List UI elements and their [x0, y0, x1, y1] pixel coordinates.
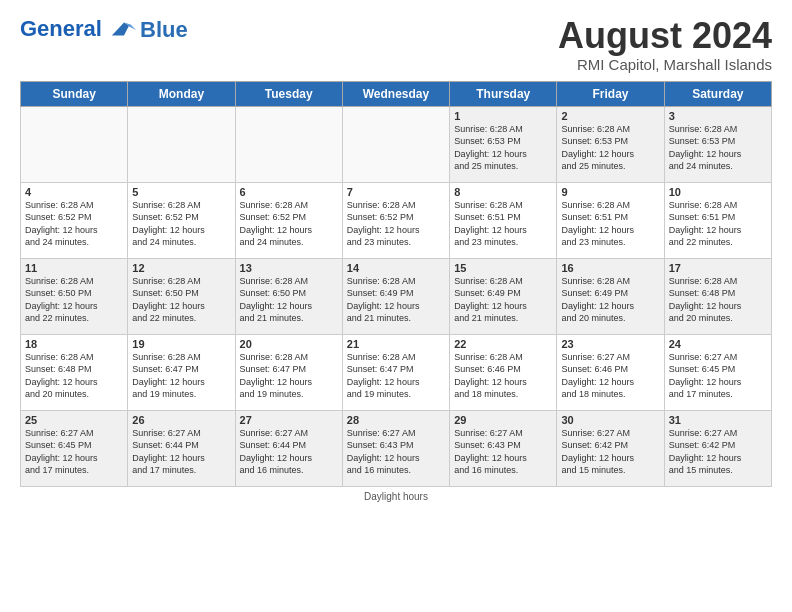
- day-header-saturday: Saturday: [664, 81, 771, 106]
- day-number: 10: [669, 186, 767, 198]
- day-info: Sunrise: 6:28 AM Sunset: 6:46 PM Dayligh…: [454, 351, 552, 401]
- day-info: Sunrise: 6:27 AM Sunset: 6:44 PM Dayligh…: [132, 427, 230, 477]
- day-info: Sunrise: 6:28 AM Sunset: 6:52 PM Dayligh…: [347, 199, 445, 249]
- day-number: 8: [454, 186, 552, 198]
- day-info: Sunrise: 6:28 AM Sunset: 6:52 PM Dayligh…: [240, 199, 338, 249]
- day-info: Sunrise: 6:27 AM Sunset: 6:42 PM Dayligh…: [669, 427, 767, 477]
- day-info: Sunrise: 6:28 AM Sunset: 6:51 PM Dayligh…: [454, 199, 552, 249]
- day-number: 25: [25, 414, 123, 426]
- day-info: Sunrise: 6:28 AM Sunset: 6:47 PM Dayligh…: [240, 351, 338, 401]
- day-info: Sunrise: 6:28 AM Sunset: 6:47 PM Dayligh…: [132, 351, 230, 401]
- day-number: 28: [347, 414, 445, 426]
- logo-blue: Blue: [140, 17, 188, 43]
- logo-general: General: [20, 16, 102, 41]
- calendar-table: SundayMondayTuesdayWednesdayThursdayFrid…: [20, 81, 772, 487]
- day-info: Sunrise: 6:28 AM Sunset: 6:49 PM Dayligh…: [561, 275, 659, 325]
- calendar-cell: 3Sunrise: 6:28 AM Sunset: 6:53 PM Daylig…: [664, 106, 771, 182]
- day-info: Sunrise: 6:28 AM Sunset: 6:49 PM Dayligh…: [454, 275, 552, 325]
- day-info: Sunrise: 6:28 AM Sunset: 6:51 PM Dayligh…: [669, 199, 767, 249]
- day-info: Sunrise: 6:28 AM Sunset: 6:53 PM Dayligh…: [561, 123, 659, 173]
- logo: General Blue: [20, 16, 188, 44]
- calendar-cell: 13Sunrise: 6:28 AM Sunset: 6:50 PM Dayli…: [235, 258, 342, 334]
- calendar-cell: [21, 106, 128, 182]
- day-info: Sunrise: 6:28 AM Sunset: 6:50 PM Dayligh…: [25, 275, 123, 325]
- day-number: 13: [240, 262, 338, 274]
- calendar-cell: 16Sunrise: 6:28 AM Sunset: 6:49 PM Dayli…: [557, 258, 664, 334]
- day-number: 21: [347, 338, 445, 350]
- day-info: Sunrise: 6:28 AM Sunset: 6:53 PM Dayligh…: [454, 123, 552, 173]
- calendar-page: General Blue August 2024 RMI Capitol, Ma…: [0, 0, 792, 612]
- main-title: August 2024: [558, 16, 772, 56]
- day-header-monday: Monday: [128, 81, 235, 106]
- day-info: Sunrise: 6:28 AM Sunset: 6:52 PM Dayligh…: [25, 199, 123, 249]
- calendar-cell: 1Sunrise: 6:28 AM Sunset: 6:53 PM Daylig…: [450, 106, 557, 182]
- calendar-cell: 20Sunrise: 6:28 AM Sunset: 6:47 PM Dayli…: [235, 334, 342, 410]
- day-info: Sunrise: 6:27 AM Sunset: 6:42 PM Dayligh…: [561, 427, 659, 477]
- day-number: 3: [669, 110, 767, 122]
- footer: Daylight hours: [20, 491, 772, 502]
- day-number: 23: [561, 338, 659, 350]
- calendar-cell: 23Sunrise: 6:27 AM Sunset: 6:46 PM Dayli…: [557, 334, 664, 410]
- day-info: Sunrise: 6:28 AM Sunset: 6:49 PM Dayligh…: [347, 275, 445, 325]
- day-number: 11: [25, 262, 123, 274]
- day-number: 27: [240, 414, 338, 426]
- header: General Blue August 2024 RMI Capitol, Ma…: [20, 16, 772, 73]
- calendar-body: 1Sunrise: 6:28 AM Sunset: 6:53 PM Daylig…: [21, 106, 772, 486]
- calendar-cell: 2Sunrise: 6:28 AM Sunset: 6:53 PM Daylig…: [557, 106, 664, 182]
- calendar-cell: 6Sunrise: 6:28 AM Sunset: 6:52 PM Daylig…: [235, 182, 342, 258]
- calendar-cell: [342, 106, 449, 182]
- day-number: 30: [561, 414, 659, 426]
- day-header-sunday: Sunday: [21, 81, 128, 106]
- day-info: Sunrise: 6:28 AM Sunset: 6:53 PM Dayligh…: [669, 123, 767, 173]
- day-header-wednesday: Wednesday: [342, 81, 449, 106]
- calendar-cell: 21Sunrise: 6:28 AM Sunset: 6:47 PM Dayli…: [342, 334, 449, 410]
- day-header-friday: Friday: [557, 81, 664, 106]
- day-number: 1: [454, 110, 552, 122]
- day-info: Sunrise: 6:27 AM Sunset: 6:45 PM Dayligh…: [25, 427, 123, 477]
- calendar-header-row: SundayMondayTuesdayWednesdayThursdayFrid…: [21, 81, 772, 106]
- calendar-cell: 27Sunrise: 6:27 AM Sunset: 6:44 PM Dayli…: [235, 410, 342, 486]
- calendar-cell: 18Sunrise: 6:28 AM Sunset: 6:48 PM Dayli…: [21, 334, 128, 410]
- calendar-week-1: 1Sunrise: 6:28 AM Sunset: 6:53 PM Daylig…: [21, 106, 772, 182]
- day-info: Sunrise: 6:28 AM Sunset: 6:48 PM Dayligh…: [25, 351, 123, 401]
- calendar-cell: 4Sunrise: 6:28 AM Sunset: 6:52 PM Daylig…: [21, 182, 128, 258]
- day-number: 16: [561, 262, 659, 274]
- day-header-tuesday: Tuesday: [235, 81, 342, 106]
- calendar-week-3: 11Sunrise: 6:28 AM Sunset: 6:50 PM Dayli…: [21, 258, 772, 334]
- day-number: 20: [240, 338, 338, 350]
- day-number: 26: [132, 414, 230, 426]
- calendar-cell: 9Sunrise: 6:28 AM Sunset: 6:51 PM Daylig…: [557, 182, 664, 258]
- day-number: 5: [132, 186, 230, 198]
- day-number: 4: [25, 186, 123, 198]
- title-block: August 2024 RMI Capitol, Marshall Island…: [558, 16, 772, 73]
- subtitle: RMI Capitol, Marshall Islands: [558, 56, 772, 73]
- calendar-cell: 7Sunrise: 6:28 AM Sunset: 6:52 PM Daylig…: [342, 182, 449, 258]
- day-info: Sunrise: 6:28 AM Sunset: 6:51 PM Dayligh…: [561, 199, 659, 249]
- calendar-cell: 15Sunrise: 6:28 AM Sunset: 6:49 PM Dayli…: [450, 258, 557, 334]
- calendar-cell: 30Sunrise: 6:27 AM Sunset: 6:42 PM Dayli…: [557, 410, 664, 486]
- calendar-cell: 19Sunrise: 6:28 AM Sunset: 6:47 PM Dayli…: [128, 334, 235, 410]
- day-number: 9: [561, 186, 659, 198]
- day-number: 19: [132, 338, 230, 350]
- calendar-cell: 17Sunrise: 6:28 AM Sunset: 6:48 PM Dayli…: [664, 258, 771, 334]
- day-number: 15: [454, 262, 552, 274]
- calendar-cell: 11Sunrise: 6:28 AM Sunset: 6:50 PM Dayli…: [21, 258, 128, 334]
- day-info: Sunrise: 6:27 AM Sunset: 6:46 PM Dayligh…: [561, 351, 659, 401]
- day-info: Sunrise: 6:28 AM Sunset: 6:48 PM Dayligh…: [669, 275, 767, 325]
- calendar-week-2: 4Sunrise: 6:28 AM Sunset: 6:52 PM Daylig…: [21, 182, 772, 258]
- day-number: 17: [669, 262, 767, 274]
- calendar-cell: 25Sunrise: 6:27 AM Sunset: 6:45 PM Dayli…: [21, 410, 128, 486]
- calendar-cell: 5Sunrise: 6:28 AM Sunset: 6:52 PM Daylig…: [128, 182, 235, 258]
- calendar-week-4: 18Sunrise: 6:28 AM Sunset: 6:48 PM Dayli…: [21, 334, 772, 410]
- day-number: 12: [132, 262, 230, 274]
- day-info: Sunrise: 6:27 AM Sunset: 6:43 PM Dayligh…: [347, 427, 445, 477]
- calendar-cell: 26Sunrise: 6:27 AM Sunset: 6:44 PM Dayli…: [128, 410, 235, 486]
- calendar-cell: 24Sunrise: 6:27 AM Sunset: 6:45 PM Dayli…: [664, 334, 771, 410]
- svg-marker-0: [112, 23, 136, 36]
- calendar-cell: 12Sunrise: 6:28 AM Sunset: 6:50 PM Dayli…: [128, 258, 235, 334]
- day-header-thursday: Thursday: [450, 81, 557, 106]
- day-info: Sunrise: 6:27 AM Sunset: 6:43 PM Dayligh…: [454, 427, 552, 477]
- calendar-cell: 14Sunrise: 6:28 AM Sunset: 6:49 PM Dayli…: [342, 258, 449, 334]
- day-number: 29: [454, 414, 552, 426]
- day-number: 6: [240, 186, 338, 198]
